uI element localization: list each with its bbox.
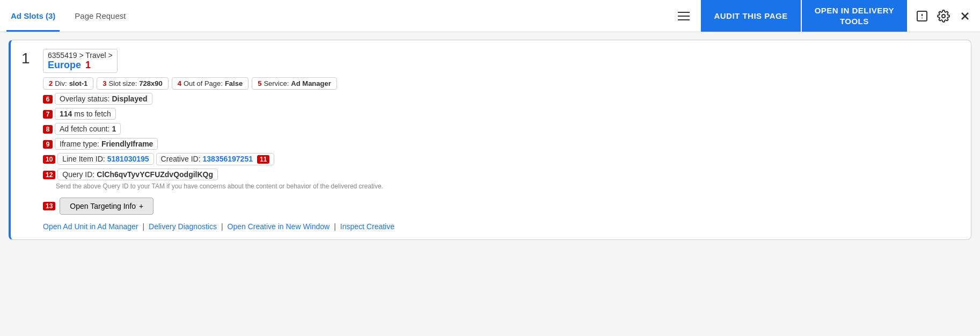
breadcrumb-text: 6355419 > Travel > [48,51,113,60]
svg-point-3 [942,14,945,18]
pill-out-of-page: 4 Out of Page: False [172,77,248,90]
creative-id-link[interactable]: 138356197251 [203,155,253,163]
open-targeting-info-button[interactable]: Open Targeting Info + [60,198,153,215]
targeting-row: 13 Open Targeting Info + [43,198,960,215]
row-fetch-count: 8 Ad fetch count: 1 [43,123,960,135]
badge-8: 8 [43,125,53,134]
open-delivery-tools-button[interactable]: OPEN IN DELIVERY TOOLS [802,0,907,32]
row-iframe-type: 9 Iframe type: FriendlyIframe [43,138,960,150]
slot-name: Europe [48,60,81,70]
row-overlay-status: 6 Overlay status: Displayed [43,93,960,105]
fetch-count-box: Ad fetch count: 1 [55,123,121,135]
targeting-label: Open Targeting Info [70,202,136,210]
tab-ad-slots-label: Ad Slots (3) [11,11,55,20]
header-icons [913,8,974,25]
targeting-plus: + [139,202,143,210]
fetch-time-box: 114 ms to fetch [55,108,116,120]
badge-13: 13 [43,202,55,210]
badge-9: 9 [43,140,53,149]
slot-name-number: 1 [85,60,91,70]
breadcrumb-row: 6355419 > Travel > Europe 1 [43,49,960,73]
pill-service: 5 Service: Ad Manager [252,77,337,90]
badge-6: 6 [43,95,53,104]
query-note: Send the above Query ID to your TAM if y… [56,182,960,190]
tab-page-request-label: Page Request [75,11,126,20]
tab-ad-slots[interactable]: Ad Slots (3) [6,0,60,32]
line-item-box: Line Item ID: 5181030195 [57,153,153,165]
badge-7: 7 [43,110,53,119]
alert-icon[interactable] [913,8,931,25]
row-query-id: 12 Query ID: ClCh6qvTyvYCFUZdvQodgilKQg [43,169,960,180]
slot-content: 6355419 > Travel > Europe 1 2 Div: slot-… [43,49,960,231]
line-item-id-link[interactable]: 5181030195 [107,155,149,163]
pill-div: 2 Div: slot-1 [43,77,93,90]
audit-this-page-button[interactable]: AUDIT THIS PAGE [701,0,800,32]
badge-11: 11 [257,155,269,164]
creative-id-box: Creative ID: 138356197251 11 [156,153,275,165]
header: Ad Slots (3) Page Request AUDIT THIS PAG… [0,0,980,32]
gear-icon[interactable] [935,8,952,25]
link-inspect-creative[interactable]: Inspect Creative [340,222,394,231]
badge-12: 12 [43,171,55,179]
slot-number: 1 [21,49,36,231]
link-open-creative-new-window[interactable]: Open Creative in New Window [228,222,330,231]
footer-links: Open Ad Unit in Ad Manager | Delivery Di… [43,222,960,231]
close-icon[interactable] [956,8,974,25]
hamburger-menu-icon[interactable] [675,8,692,25]
tab-page-request[interactable]: Page Request [70,0,130,32]
badge-10: 10 [43,155,55,164]
query-id-box: Query ID: ClCh6qvTyvYCFUZdvQodgilKQg [57,169,218,180]
row-fetch-time: 7 114 ms to fetch [43,108,960,120]
ad-slot-card: 1 6355419 > Travel > Europe 1 2 Div: slo… [9,40,971,240]
iframe-type-box: Iframe type: FriendlyIframe [55,138,158,150]
link-open-ad-unit[interactable]: Open Ad Unit in Ad Manager [43,222,138,231]
overlay-status-box: Overlay status: Displayed [55,93,152,105]
row-line-item: 10 Line Item ID: 5181030195 Creative ID:… [43,153,960,165]
link-delivery-diagnostics[interactable]: Delivery Diagnostics [149,222,217,231]
breadcrumb-box: 6355419 > Travel > Europe 1 [43,49,118,73]
info-pills: 2 Div: slot-1 3 Slot size: 728x90 4 Out … [43,77,960,90]
main-content: 1 6355419 > Travel > Europe 1 2 Div: slo… [0,32,980,247]
pill-slot-size: 3 Slot size: 728x90 [97,77,168,90]
